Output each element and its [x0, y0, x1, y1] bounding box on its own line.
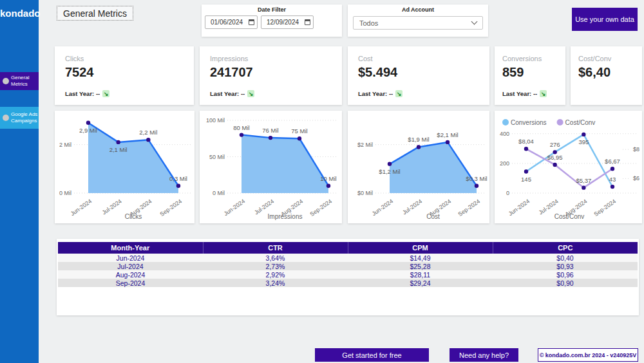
ad-account-select[interactable]: Todos [353, 16, 483, 30]
kpi-card-clicks: Clicks 7524 Last Year: --↘ [55, 46, 194, 105]
table-header-cell: Month-Year [58, 242, 203, 254]
table-cell: $14,49 [348, 254, 493, 262]
svg-text:Jul-2024: Jul-2024 [101, 198, 123, 216]
svg-text:$2,1 Mil: $2,1 Mil [437, 131, 458, 138]
page-bullet-icon [3, 78, 9, 84]
conversions-cost-conv-chart-card: 0200400$6$8Jun-2024Jul-2024Aug-2024Sep-2… [495, 111, 642, 223]
svg-text:Cost/Conv: Cost/Conv [554, 213, 585, 220]
table-row: Jul-20242,73%$25,28$0,93 [58, 262, 638, 270]
chevron-down-icon [471, 19, 478, 25]
svg-text:Jun-2024: Jun-2024 [223, 198, 246, 217]
svg-text:0: 0 [506, 190, 509, 196]
sidebar-item-label: Google Ads Campaigns [11, 111, 39, 124]
svg-text:0,3 Mil: 0,3 Mil [169, 175, 187, 182]
svg-text:80 Mil: 80 Mil [233, 124, 249, 131]
kpi-card-impressions: Impressions 241707 Last Year: --↘ [200, 46, 342, 105]
svg-text:Sep-2024: Sep-2024 [308, 198, 333, 218]
svg-text:2,9 Mil: 2,9 Mil [79, 127, 97, 134]
kpi-value: $5.494 [358, 65, 479, 80]
svg-text:Cost/Conv: Cost/Conv [565, 119, 596, 126]
svg-text:Cost: Cost [426, 213, 440, 220]
svg-text:$8,04: $8,04 [518, 138, 534, 145]
get-started-button[interactable]: Get started for free [315, 348, 429, 362]
version-label: © kondado.com.br 2024 - v240925V [538, 348, 638, 362]
table-cell: 2,92% [203, 270, 348, 279]
svg-text:Jul-2024: Jul-2024 [401, 198, 423, 216]
kpi-label: Impressions [210, 55, 332, 62]
svg-text:395: 395 [578, 138, 589, 145]
use-own-data-button[interactable]: Use your own data [572, 8, 638, 31]
ad-account-label: Ad Account [348, 6, 488, 13]
svg-text:0 Mil: 0 Mil [213, 190, 225, 196]
cost-area-chart[interactable]: $0 Mil$2 MilJun-2024Jul-2024Aug-2024Sep-… [348, 111, 489, 223]
svg-text:Conversions: Conversions [511, 119, 547, 126]
date-start-input[interactable] [205, 15, 258, 29]
svg-text:50 Mil: 50 Mil [209, 154, 225, 160]
svg-text:75 Mil: 75 Mil [291, 127, 307, 135]
last-year-text: Last Year: -- [65, 90, 100, 97]
need-help-button[interactable]: Need any help? [450, 348, 518, 362]
table-cell: 3,24% [203, 279, 348, 287]
svg-text:400: 400 [500, 131, 509, 137]
trend-down-icon: ↘ [247, 90, 254, 97]
svg-text:Impressions: Impressions [268, 213, 303, 220]
table-cell: Sep-2024 [58, 279, 203, 287]
svg-text:145: 145 [521, 176, 531, 183]
table-cell: Aug-2024 [58, 270, 203, 279]
table-cell: Jun-2024 [58, 254, 203, 262]
table-row: Jun-20243,64%$14,49$0,40 [58, 254, 638, 262]
svg-text:$2 Mil: $2 Mil [357, 142, 373, 148]
last-year-text: Last Year: -- [210, 90, 245, 97]
cost-chart-card: $0 Mil$2 MilJun-2024Jul-2024Aug-2024Sep-… [348, 111, 489, 223]
conversions-cost-conv-line-chart[interactable]: 0200400$6$8Jun-2024Jul-2024Aug-2024Sep-2… [495, 111, 642, 223]
table-cell: $0,40 [493, 254, 638, 262]
last-year-text: Last Year: -- [502, 90, 537, 97]
table-cell: 2,73% [203, 262, 348, 270]
svg-text:Sep-2024: Sep-2024 [457, 198, 481, 218]
sidebar-item-label: General Metrics [11, 75, 39, 87]
svg-text:$6,95: $6,95 [547, 154, 563, 161]
table-cell: Jul-2024 [58, 262, 203, 270]
date-filter-card: Date Filter [202, 5, 342, 37]
kpi-card-conversions: Conversions 859 Last Year: --↘ [495, 46, 565, 105]
trend-down-icon: ↘ [540, 90, 547, 97]
sidebar-item-general-metrics[interactable]: General Metrics [0, 72, 39, 90]
table-cell: $29,24 [348, 279, 493, 287]
table-row: Aug-20242,92%$28,11$0,96 [58, 270, 638, 279]
table-cell: $0,90 [493, 279, 638, 287]
svg-text:Sep-2024: Sep-2024 [592, 198, 617, 218]
sidebar-item-google-ads-campaigns[interactable]: Google Ads Campaigns [0, 107, 39, 129]
svg-text:100 Mil: 100 Mil [206, 117, 225, 124]
svg-text:43: 43 [609, 176, 616, 183]
impressions-area-chart[interactable]: 0 Mil50 Mil100 MilJun-2024Jul-2024Aug-20… [200, 111, 342, 223]
table-cell: $0,93 [493, 262, 638, 270]
svg-text:Jun-2024: Jun-2024 [70, 198, 93, 217]
clicks-area-chart[interactable]: 0 Mil2 MilJun-2024Jul-2024Aug-2024Sep-20… [55, 111, 194, 223]
svg-text:76 Mil: 76 Mil [262, 127, 278, 134]
last-year-text: Last Year: -- [358, 90, 393, 97]
kondado-logo: kondado [0, 0, 39, 19]
svg-text:2 Mil: 2 Mil [59, 142, 71, 148]
svg-text:$1,2 Mil: $1,2 Mil [379, 168, 400, 175]
ad-account-card: Ad Account Todos [348, 5, 488, 37]
kpi-label: Cost/Conv [578, 55, 634, 62]
kpi-card-cost: Cost $5.494 Last Year: --↘ [348, 46, 489, 105]
date-end-input[interactable] [261, 15, 314, 29]
table-cell: $25,28 [348, 262, 493, 270]
date-filter-label: Date Filter [202, 6, 342, 13]
kpi-card-cost-conv: Cost/Conv $6,40 [571, 46, 642, 105]
table-cell: 3,64% [203, 254, 348, 262]
impressions-chart-card: 0 Mil50 Mil100 MilJun-2024Jul-2024Aug-20… [200, 111, 342, 223]
trend-down-icon: ↘ [395, 90, 402, 97]
svg-text:$0,3 Mil: $0,3 Mil [466, 175, 487, 182]
table-cell: $28,11 [348, 270, 493, 279]
svg-text:0 Mil: 0 Mil [59, 190, 71, 196]
svg-text:$8: $8 [633, 146, 639, 153]
table-header-cell: CTR [203, 242, 348, 254]
kpi-value: $6,40 [578, 65, 634, 80]
svg-text:276: 276 [550, 141, 560, 148]
kpi-value: 859 [502, 65, 558, 80]
svg-text:$1,9 Mil: $1,9 Mil [408, 136, 429, 143]
kpi-label: Conversions [502, 55, 558, 62]
page-bullet-icon [3, 115, 9, 121]
